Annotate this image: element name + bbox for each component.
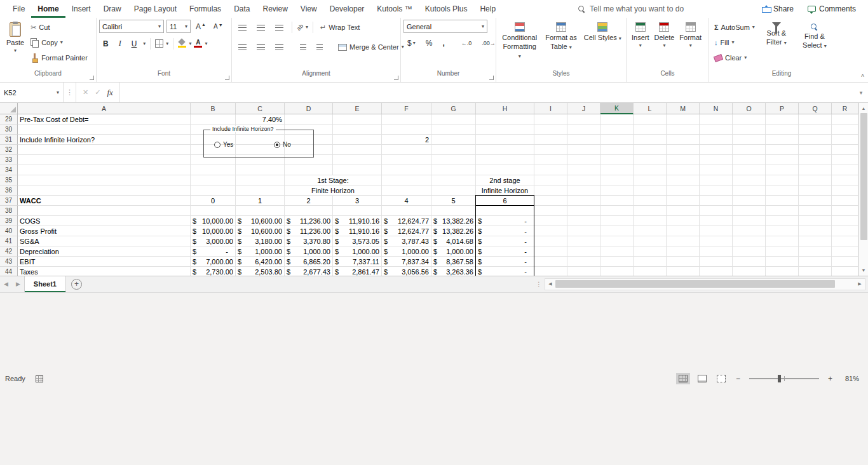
cell-E34[interactable] [333, 165, 382, 175]
format-cells-button[interactable]: Format ▾ [677, 20, 704, 71]
cell-O41[interactable] [733, 236, 766, 246]
cell-H31[interactable] [476, 135, 534, 145]
orientation-dropdown-icon[interactable]: ▾ [306, 25, 308, 30]
increase-decimal-button[interactable]: ←.0 [458, 39, 476, 48]
italic-button[interactable]: I [115, 37, 125, 50]
cell-N36[interactable] [700, 185, 733, 196]
cell-E43[interactable]: $7,337.11 [333, 257, 382, 267]
cell-Q35[interactable] [799, 175, 832, 185]
cell-K41[interactable] [600, 236, 634, 246]
cell-K42[interactable] [600, 246, 634, 257]
cell-E29[interactable] [333, 114, 382, 125]
cell-I31[interactable] [534, 135, 567, 145]
normal-view-button[interactable] [676, 373, 690, 384]
cell-N37[interactable] [700, 196, 733, 206]
cell-J38[interactable] [567, 206, 600, 216]
zoom-out-button[interactable]: − [733, 374, 743, 383]
cell-L29[interactable] [634, 114, 667, 125]
cell-N29[interactable] [700, 114, 733, 125]
tell-me-search[interactable]: Tell me what you want to do [578, 0, 684, 18]
cell-M36[interactable] [667, 185, 700, 196]
comma-style-button[interactable]: , [438, 37, 448, 49]
cell-F42[interactable]: $1,000.00 [382, 246, 431, 257]
cell-R43[interactable] [832, 257, 858, 267]
cell-O30[interactable] [733, 125, 766, 135]
cell-M43[interactable] [667, 257, 700, 267]
cell-L36[interactable] [634, 185, 667, 196]
cell-I38[interactable] [534, 206, 567, 216]
cell-K36[interactable] [600, 185, 634, 196]
bottom-align-button[interactable] [271, 24, 287, 32]
cell-P42[interactable] [766, 246, 799, 257]
cell-M31[interactable] [667, 135, 700, 145]
cell-R44[interactable] [832, 267, 858, 276]
cell-K34[interactable] [600, 165, 634, 175]
cell-P34[interactable] [766, 165, 799, 175]
sheet-nav-right-icon[interactable]: ▶ [12, 276, 24, 292]
cell-A36[interactable] [18, 185, 191, 196]
cell-A38[interactable] [18, 206, 191, 216]
cell-C41[interactable]: $3,180.00 [236, 236, 285, 246]
cell-O39[interactable] [733, 216, 766, 226]
col-header-E[interactable]: E [333, 103, 382, 114]
cell-R35[interactable] [832, 175, 858, 185]
cell-A44[interactable]: Taxes [18, 267, 191, 276]
cell-N31[interactable] [700, 135, 733, 145]
cell-G36[interactable] [431, 185, 476, 196]
cell-E37[interactable]: 3 [333, 196, 382, 206]
scroll-right-icon[interactable]: ▶ [855, 281, 865, 286]
format-painter-button[interactable]: Format Painter [28, 50, 90, 65]
cell-G34[interactable] [431, 165, 476, 175]
cell-B38[interactable] [191, 206, 236, 216]
align-right-button[interactable] [271, 43, 287, 51]
font-size-select[interactable]: 11 ▾ [166, 20, 191, 33]
cell-I42[interactable] [534, 246, 567, 257]
cell-C34[interactable] [236, 165, 285, 175]
cell-O44[interactable] [733, 267, 766, 276]
insert-cells-button[interactable]: Insert ▾ [629, 20, 652, 71]
cell-H29[interactable] [476, 114, 534, 125]
cell-L40[interactable] [634, 226, 667, 236]
cell-J40[interactable] [567, 226, 600, 236]
cell-G39[interactable]: $13,382.26 [431, 216, 476, 226]
cell-M30[interactable] [667, 125, 700, 135]
sheet-nav-left-icon[interactable]: ◀ [0, 276, 12, 292]
cell-O34[interactable] [733, 165, 766, 175]
cell-C36[interactable] [236, 185, 285, 196]
clipboard-dialog-launcher-icon[interactable] [90, 76, 94, 80]
cell-H32[interactable] [476, 145, 534, 155]
cell-F34[interactable] [382, 165, 431, 175]
cell-P38[interactable] [766, 206, 799, 216]
cell-E32[interactable] [333, 145, 382, 155]
cell-N41[interactable] [700, 236, 733, 246]
cell-H43[interactable]: $- [476, 257, 534, 267]
cell-C37[interactable]: 1 [236, 196, 285, 206]
cell-J29[interactable] [567, 114, 600, 125]
cell-L42[interactable] [634, 246, 667, 257]
cell-G37[interactable]: 5 [431, 196, 476, 206]
cancel-icon[interactable]: ✕ [83, 88, 88, 97]
enter-check-icon[interactable]: ✓ [95, 88, 100, 97]
cell-G29[interactable] [431, 114, 476, 125]
row-header-37[interactable]: 37 [0, 196, 18, 206]
cell-A33[interactable] [18, 155, 191, 165]
scroll-left-icon[interactable]: ◀ [545, 281, 555, 286]
cell-D43[interactable]: $6,865.20 [285, 257, 333, 267]
cell-B34[interactable] [191, 165, 236, 175]
cell-D33[interactable] [285, 155, 333, 165]
cell-H42[interactable]: $- [476, 246, 534, 257]
cell-K35[interactable] [600, 175, 634, 185]
cell-C44[interactable]: $2,503.80 [236, 267, 285, 276]
cell-J34[interactable] [567, 165, 600, 175]
cell-C33[interactable] [236, 155, 285, 165]
vertical-scroll-thumb[interactable] [860, 113, 867, 240]
cell-R31[interactable] [832, 135, 858, 145]
col-header-Q[interactable]: Q [799, 103, 832, 114]
cell-N32[interactable] [700, 145, 733, 155]
cell-D40[interactable]: $11,236.00 [285, 226, 333, 236]
tab-help[interactable]: Help [473, 0, 502, 18]
cell-A40[interactable]: Gross Profit [18, 226, 191, 236]
cell-J33[interactable] [567, 155, 600, 165]
cell-K40[interactable] [600, 226, 634, 236]
cell-F39[interactable]: $12,624.77 [382, 216, 431, 226]
